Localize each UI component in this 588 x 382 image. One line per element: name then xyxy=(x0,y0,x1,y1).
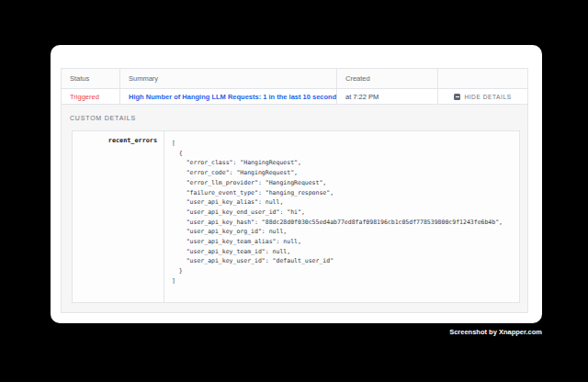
alert-details-card: Status Summary Created Triggered High Nu… xyxy=(51,45,542,323)
column-header-created: Created xyxy=(337,69,438,88)
alerts-table-panel: Status Summary Created Triggered High Nu… xyxy=(61,68,528,313)
alert-summary-link[interactable]: High Number of Hanging LLM Requests: 1 i… xyxy=(129,93,337,101)
xnapper-watermark: Screenshot by Xnapper.com xyxy=(449,328,542,336)
hide-details-button[interactable]: HIDE DETAILS xyxy=(454,94,511,100)
created-timestamp: at 7:22 PM xyxy=(337,89,438,104)
column-header-status: Status xyxy=(62,69,120,88)
recent-errors-json: [ { "error_class": "HangingRequest", "er… xyxy=(164,131,519,302)
custom-details-title: CUSTOM DETAILS xyxy=(70,115,136,121)
column-header-summary: Summary xyxy=(120,69,337,88)
status-badge: Triggered xyxy=(62,89,120,104)
hide-details-label: HIDE DETAILS xyxy=(464,94,511,100)
minus-square-icon xyxy=(454,94,460,100)
custom-details-section: CUSTOM DETAILS recent_errors [ { "error_… xyxy=(62,105,527,312)
table-header-row: Status Summary Created xyxy=(62,69,527,89)
screenshot-canvas: Status Summary Created Triggered High Nu… xyxy=(0,0,588,382)
recent-errors-box: recent_errors [ { "error_class": "Hangin… xyxy=(72,130,520,303)
recent-errors-label: recent_errors xyxy=(73,131,164,302)
alert-table-row: Triggered High Number of Hanging LLM Req… xyxy=(62,89,527,105)
column-header-actions xyxy=(438,69,527,88)
